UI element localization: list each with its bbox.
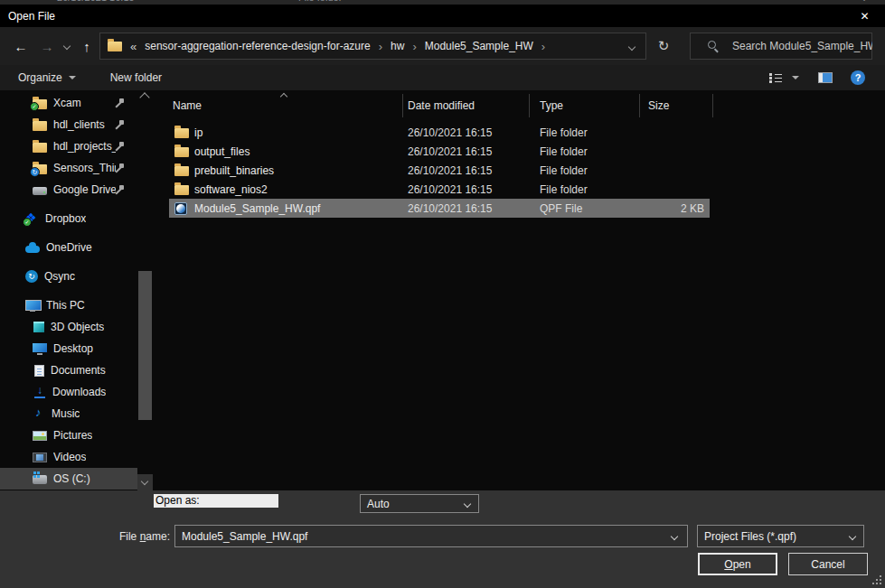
pin-icon: [116, 142, 125, 151]
main-area: Xcam hdl_clients hdl_projects_int Sensor…: [0, 90, 885, 490]
preview-pane-button[interactable]: [818, 70, 838, 85]
refresh-button[interactable]: ↻: [650, 33, 677, 60]
open-as-label: Open as:: [154, 494, 278, 508]
column-header-type[interactable]: Type: [540, 99, 563, 112]
sidebar-item-dropbox[interactable]: Dropbox: [0, 208, 137, 229]
sidebar-scrollbar[interactable]: [137, 90, 153, 490]
sidebar-item-onedrive[interactable]: OneDrive: [0, 237, 137, 258]
open-file-dialog: 26/10/2021 16:15 File folder ∨ Open File…: [0, 0, 885, 588]
column-divider[interactable]: [639, 94, 640, 117]
sidebar-item-os-c[interactable]: OS (C:): [0, 468, 137, 490]
folder-icon: [33, 143, 47, 153]
folder-check-icon: [33, 99, 47, 109]
folder-icon: [174, 128, 189, 138]
open-button[interactable]: Open: [698, 553, 777, 575]
recent-locations-button[interactable]: [60, 27, 74, 65]
sidebar-item-music[interactable]: Music: [0, 403, 137, 425]
folder-icon: [174, 147, 189, 157]
scroll-up-icon[interactable]: [139, 92, 149, 102]
file-row-prebuilt-binaries[interactable]: prebuilt_binaries 26/10/2021 16:15 File …: [169, 161, 710, 180]
dropdown-triangle-icon: [69, 76, 76, 79]
cancel-button[interactable]: Cancel: [788, 553, 868, 575]
pin-icon: [116, 120, 125, 129]
dialog-footer: Open as: Auto File name: Project Files (…: [0, 490, 885, 588]
file-row-module5-sample-hw-qpf[interactable]: Module5_Sample_HW.qpf 26/10/2021 16:15 Q…: [169, 199, 710, 218]
sidebar-item-xcam[interactable]: Xcam: [0, 92, 137, 114]
organize-button[interactable]: Organize: [18, 71, 76, 84]
file-name-combo: [174, 525, 688, 547]
sidebar-item-downloads[interactable]: Downloads: [0, 381, 137, 403]
pin-icon: [116, 98, 125, 107]
chevron-down-icon[interactable]: [671, 532, 678, 539]
video-icon: [33, 453, 47, 462]
sidebar-item-pictures[interactable]: Pictures: [0, 425, 137, 446]
column-header-row: Name Date modified Type Size: [154, 90, 885, 120]
sort-ascending-icon: [280, 93, 287, 100]
column-header-date-modified[interactable]: Date modified: [408, 99, 475, 112]
close-button[interactable]: ✕: [844, 5, 885, 27]
column-divider[interactable]: [402, 94, 403, 117]
list-view-icon: [769, 72, 783, 83]
column-divider[interactable]: [529, 94, 530, 117]
scrollbar-thumb[interactable]: [138, 271, 152, 420]
command-toolbar: Organize New folder ?: [0, 65, 885, 90]
breadcrumb-separator[interactable]: ›: [379, 40, 382, 53]
window-title: Open File: [8, 10, 55, 23]
sidebar-item-this-pc[interactable]: This PC: [0, 294, 137, 316]
change-view-button[interactable]: [769, 70, 807, 86]
column-divider[interactable]: [712, 94, 713, 117]
file-rows: ip 26/10/2021 16:15 File folder output_f…: [154, 123, 885, 218]
sidebar-item-google-drive-g[interactable]: Google Drive (G:): [0, 179, 137, 201]
breadcrumb-separator[interactable]: ›: [412, 40, 416, 53]
file-list: Name Date modified Type Size ip 26/10/20…: [154, 90, 885, 490]
chevron-down-icon: [63, 42, 71, 50]
breadcrumb-segment[interactable]: Module5_Sample_HW ›: [425, 40, 553, 53]
file-row-output-files[interactable]: output_files 26/10/2021 16:15 File folde…: [169, 142, 710, 161]
dropbox-icon: [25, 212, 39, 225]
sidebar-item-documents[interactable]: Documents: [0, 359, 137, 381]
open-as-select[interactable]: Auto: [360, 494, 479, 513]
file-row-ip[interactable]: ip 26/10/2021 16:15 File folder: [169, 123, 710, 142]
file-name-input[interactable]: [175, 526, 672, 546]
navigation-pane: Xcam hdl_clients hdl_projects_int Sensor…: [0, 92, 137, 490]
up-button[interactable]: ↑: [76, 27, 98, 65]
file-type-select[interactable]: Project Files (*.qpf): [697, 525, 864, 547]
address-dropdown-icon[interactable]: [628, 43, 636, 51]
close-icon: ✕: [860, 10, 869, 23]
breadcrumb-segment[interactable]: hw ›: [391, 40, 425, 53]
breadcrumb-overflow[interactable]: «: [130, 40, 137, 53]
pin-icon: [116, 163, 125, 173]
breadcrumb-segment[interactable]: sensor-aggregation-reference-design-for-…: [145, 40, 391, 53]
sidebar-item-hdl-projects-int[interactable]: hdl_projects_int: [0, 135, 137, 157]
address-bar[interactable]: « sensor-aggregation-reference-design-fo…: [99, 33, 646, 60]
navigation-bar: ← → ↑ « sensor-aggregation-reference-des…: [0, 27, 885, 65]
scroll-down-button[interactable]: [137, 474, 153, 490]
column-header-name[interactable]: Name: [173, 99, 202, 112]
forward-button[interactable]: →: [36, 27, 58, 65]
column-header-size[interactable]: Size: [648, 99, 669, 112]
sidebar-item-desktop[interactable]: Desktop: [0, 338, 137, 359]
help-button[interactable]: ?: [851, 69, 871, 87]
sidebar-item-hdl-clients[interactable]: hdl_clients: [0, 114, 137, 135]
background-type-text: File folder: [298, 0, 342, 3]
breadcrumb-separator[interactable]: ›: [541, 40, 545, 53]
qpf-icon: [174, 202, 187, 215]
sidebar-item-qsync[interactable]: Qsync: [0, 266, 137, 287]
file-row-software-nios2[interactable]: software_nios2 26/10/2021 16:15 File fol…: [169, 180, 710, 199]
dialog-window: Open File ✕ ← → ↑ « sensor-aggregation-r…: [0, 5, 885, 588]
back-button[interactable]: ←: [9, 27, 33, 65]
dropdown-triangle-icon: [792, 76, 799, 79]
sidebar-item-3d-objects[interactable]: 3D Objects: [0, 316, 137, 338]
background-date-text: 26/10/2021 16:15: [57, 0, 135, 3]
sidebar-item-sensors-think-c[interactable]: Sensors_Think_C: [0, 157, 137, 179]
pin-icon: [116, 185, 125, 194]
refresh-icon: ↻: [658, 38, 670, 53]
search-input[interactable]: [732, 40, 872, 52]
new-folder-button[interactable]: New folder: [110, 71, 162, 84]
resize-grip[interactable]: [872, 575, 881, 584]
gdrive-icon: [33, 187, 47, 195]
sidebar-item-videos[interactable]: Videos: [0, 446, 137, 468]
picture-icon: [33, 431, 47, 441]
music-icon: [33, 407, 45, 420]
document-icon: [34, 365, 44, 377]
